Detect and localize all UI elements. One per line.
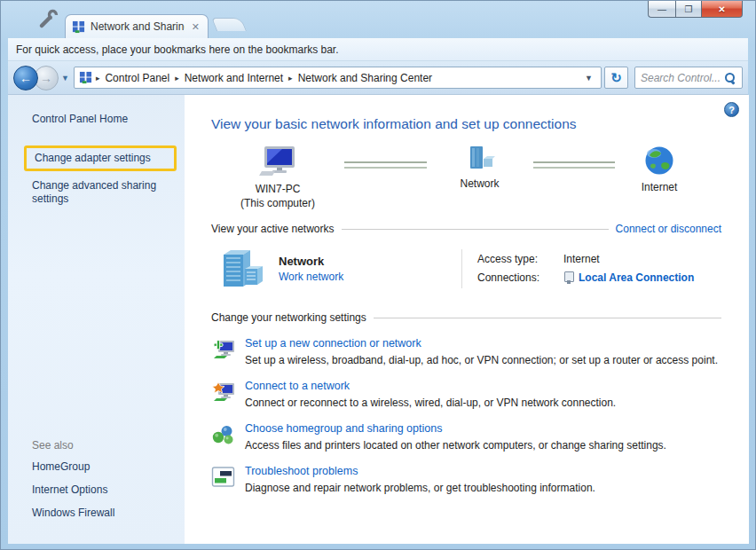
connect-to-network-desc: Connect or reconnect to a wireless, wire… bbox=[245, 397, 616, 409]
networking-settings-title: Change your networking settings bbox=[211, 311, 366, 324]
map-network-label: Network bbox=[460, 177, 499, 191]
minimize-button[interactable]: — bbox=[648, 1, 675, 18]
tab-title: Network and Sharing Center bbox=[91, 20, 185, 33]
access-type-value: Internet bbox=[563, 253, 600, 265]
setup-new-connection-link[interactable]: Set up a new connection or network bbox=[245, 337, 718, 350]
map-node-internet[interactable]: Internet bbox=[615, 145, 704, 194]
troubleshoot-problems-desc: Diagnose and repair network problems, or… bbox=[245, 482, 595, 494]
map-node-network[interactable]: Network bbox=[427, 145, 533, 191]
map-computer-label: WIN7-PC (This computer) bbox=[240, 182, 315, 210]
map-internet-label: Internet bbox=[642, 180, 678, 194]
search-box[interactable] bbox=[634, 67, 743, 89]
sidebar-item-internet-options[interactable]: Internet Options bbox=[32, 483, 174, 497]
breadcrumb-separator-icon: ▸ bbox=[175, 74, 179, 82]
breadcrumb-separator-icon: ▸ bbox=[288, 74, 293, 82]
browser-tab[interactable]: Network and Sharing Center ✕ bbox=[65, 14, 209, 38]
breadcrumb-control-panel[interactable]: Control Panel bbox=[103, 70, 171, 86]
internet-globe-icon bbox=[644, 145, 674, 176]
computer-name: WIN7-PC bbox=[240, 182, 315, 196]
map-node-computer[interactable]: WIN7-PC (This computer) bbox=[211, 145, 344, 210]
sidebar-item-homegroup[interactable]: HomeGroup bbox=[32, 460, 174, 474]
sidebar-item-control-panel-home[interactable]: Control Panel Home bbox=[32, 113, 174, 126]
access-type-label: Access type: bbox=[477, 253, 563, 265]
active-network-identity: Network Work network bbox=[211, 248, 461, 290]
active-network-details: Access type: Internet Connections: Local… bbox=[462, 248, 694, 290]
main-panel: ? View your basic network information an… bbox=[185, 95, 749, 544]
setting-item-connect-network: Connect to a network Connect or reconnec… bbox=[211, 380, 721, 409]
ethernet-connector-icon bbox=[563, 271, 573, 284]
bookmarks-bar: For quick access, place your bookmarks h… bbox=[8, 38, 748, 61]
network-icon bbox=[465, 145, 495, 172]
active-networks-section: View your active networks Connect or dis… bbox=[211, 223, 721, 290]
recent-pages-chevron-icon[interactable]: ▼ bbox=[61, 74, 69, 82]
breadcrumb-separator-icon: ▸ bbox=[96, 74, 100, 82]
see-also-label: See also bbox=[32, 439, 185, 452]
local-area-connection-link[interactable]: Local Area Connection bbox=[579, 271, 694, 284]
active-networks-header: View your active networks Connect or dis… bbox=[211, 223, 721, 235]
breadcrumb-location-icon bbox=[79, 71, 92, 84]
refresh-button[interactable]: ↻ bbox=[604, 67, 628, 89]
maximize-button[interactable]: ❐ bbox=[675, 1, 702, 18]
back-button[interactable]: ← bbox=[13, 66, 38, 90]
network-favicon-icon bbox=[72, 20, 85, 34]
setting-item-text: Choose homegroup and sharing options Acc… bbox=[245, 422, 666, 452]
new-connection-icon bbox=[211, 337, 236, 366]
breadcrumb-network-and-internet[interactable]: Network and Internet bbox=[183, 70, 285, 86]
navigation-toolbar: ← → ▼ ▸ Control Panel ▸ Network and Inte… bbox=[8, 61, 748, 95]
connect-network-icon bbox=[211, 380, 236, 409]
networking-settings-section: Change your networking settings bbox=[211, 311, 721, 494]
setting-item-homegroup: Choose homegroup and sharing options Acc… bbox=[211, 422, 721, 452]
active-networks-title: View your active networks bbox=[211, 223, 335, 235]
computer-icon bbox=[257, 145, 298, 177]
connect-or-disconnect-link[interactable]: Connect or disconnect bbox=[616, 223, 721, 235]
troubleshoot-icon bbox=[211, 465, 236, 494]
application-window: Network and Sharing Center ✕ — ❐ ✕ For q… bbox=[0, 0, 756, 550]
network-buildings-icon bbox=[218, 248, 264, 290]
map-connection-line bbox=[533, 161, 616, 169]
search-icon[interactable] bbox=[724, 72, 736, 84]
sidebar-spacer bbox=[8, 206, 185, 439]
setting-item-text: Troubleshoot problems Diagnose and repai… bbox=[245, 465, 595, 494]
network-map: WIN7-PC (This computer) Network bbox=[211, 145, 704, 210]
setting-item-troubleshoot: Troubleshoot problems Diagnose and repai… bbox=[211, 465, 721, 494]
sidebar-item-change-advanced-sharing[interactable]: Change advanced sharing settings bbox=[32, 179, 165, 206]
setting-item-text: Connect to a network Connect or reconnec… bbox=[245, 380, 616, 409]
active-network-name: Network bbox=[279, 255, 343, 268]
networking-settings-header: Change your networking settings bbox=[211, 311, 721, 324]
wrench-icon[interactable] bbox=[38, 8, 59, 29]
sidebar-item-change-adapter-settings[interactable]: Change adapter settings bbox=[35, 152, 151, 165]
address-bar[interactable]: ▸ Control Panel ▸ Network and Internet ▸… bbox=[74, 67, 602, 89]
setup-new-connection-desc: Set up a wireless, broadband, dial-up, a… bbox=[245, 354, 718, 366]
map-connection-line bbox=[344, 161, 427, 169]
section-rule bbox=[342, 229, 609, 230]
close-button[interactable]: ✕ bbox=[702, 1, 743, 18]
troubleshoot-problems-link[interactable]: Troubleshoot problems bbox=[245, 465, 595, 477]
window-controls: — ❐ ✕ bbox=[648, 1, 743, 18]
choose-homegroup-desc: Access files and printers located on oth… bbox=[245, 439, 666, 452]
computer-sub: (This computer) bbox=[240, 196, 315, 210]
address-dropdown-icon[interactable]: ▼ bbox=[581, 74, 596, 82]
work-network-link[interactable]: Work network bbox=[279, 271, 343, 283]
section-rule bbox=[374, 318, 721, 318]
new-tab-button[interactable] bbox=[211, 18, 247, 31]
connections-label: Connections: bbox=[477, 271, 563, 284]
sidebar-item-windows-firewall[interactable]: Windows Firewall bbox=[32, 507, 174, 520]
search-input[interactable] bbox=[641, 72, 724, 84]
see-also-section: See also HomeGroup Internet Options Wind… bbox=[8, 439, 185, 544]
sidebar: Control Panel Home Change adapter settin… bbox=[8, 95, 185, 544]
active-network-text: Network Work network bbox=[279, 255, 343, 283]
bookmarks-hint-text: For quick access, place your bookmarks h… bbox=[16, 43, 339, 56]
connect-to-network-link[interactable]: Connect to a network bbox=[245, 380, 616, 392]
page-title: View your basic network information and … bbox=[211, 116, 749, 132]
choose-homegroup-link[interactable]: Choose homegroup and sharing options bbox=[245, 422, 666, 435]
access-type-row: Access type: Internet bbox=[477, 253, 694, 265]
homegroup-icon bbox=[211, 422, 236, 452]
help-icon[interactable]: ? bbox=[724, 102, 739, 117]
setting-item-text: Set up a new connection or network Set u… bbox=[245, 337, 718, 366]
title-bar: Network and Sharing Center ✕ — ❐ ✕ bbox=[1, 1, 755, 38]
setting-item-new-connection: Set up a new connection or network Set u… bbox=[211, 337, 721, 366]
connections-row: Connections: Local Area Connection bbox=[477, 271, 694, 284]
breadcrumb-network-sharing-center[interactable]: Network and Sharing Center bbox=[296, 70, 434, 86]
tab-close-icon[interactable]: ✕ bbox=[190, 20, 201, 34]
active-network-card: Network Work network Access type: Intern… bbox=[211, 248, 721, 290]
